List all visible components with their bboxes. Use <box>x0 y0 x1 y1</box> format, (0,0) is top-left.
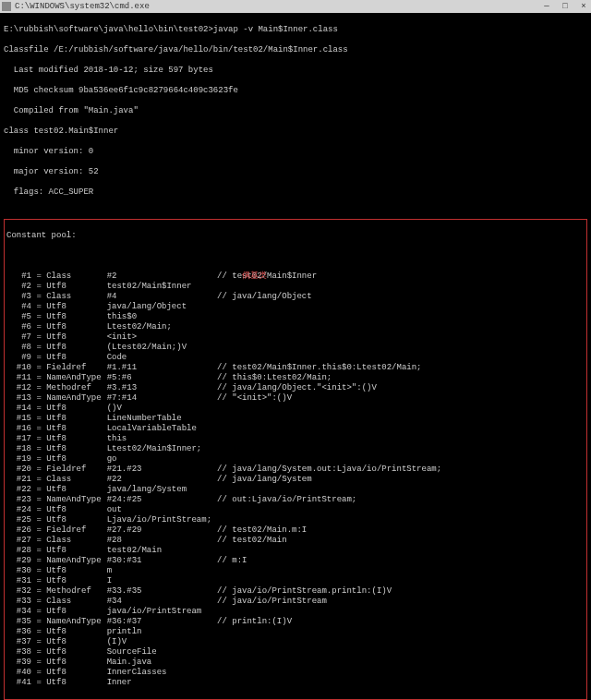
const-pool-row: #29 = NameAndType#30:#31// m:I <box>6 556 447 566</box>
class-decl: class test02.Main$Inner <box>4 127 587 137</box>
major-version: major version: 52 <box>4 167 587 177</box>
window-titlebar: C:\WINDOWS\system32\cmd.exe — □ × <box>0 0 591 13</box>
const-pool-row: #8 = Utf8(Ltest02/Main;)V <box>6 343 447 353</box>
const-pool-row: #2 = Utf8test02/Main$Inner <box>6 282 447 292</box>
maximize-button[interactable]: □ <box>560 1 571 12</box>
minor-version: minor version: 0 <box>4 147 587 157</box>
const-pool-row: #18 = Utf8Ltest02/Main$Inner; <box>6 444 447 454</box>
const-pool-row: #37 = Utf8(I)V <box>6 637 447 647</box>
md5-line: MD5 checksum 9ba536ee6f1c9c8279664c409c3… <box>4 86 587 96</box>
const-pool-row: #3 = Class#4// java/lang/Object <box>6 292 447 302</box>
compiled-line: Compiled from "Main.java" <box>4 106 587 116</box>
constant-pool-box: Constant pool: 偶基类 #1 = Class#2// test02… <box>4 219 587 700</box>
const-pool-row: #16 = Utf8LocalVariableTable <box>6 424 447 434</box>
const-pool-row: #35 = NameAndType#36:#37// println:(I)V <box>6 617 447 627</box>
classfile-line: Classfile /E:/rubbish/software/java/hell… <box>4 45 587 55</box>
const-pool-row: #31 = Utf8I <box>6 576 447 586</box>
const-pool-row: #25 = Utf8Ljava/io/PrintStream; <box>6 515 447 525</box>
const-pool-row: #6 = Utf8Ltest02/Main; <box>6 322 447 332</box>
const-pool-row: #27 = Class#28// test02/Main <box>6 536 447 546</box>
const-pool-row: #19 = Utf8go <box>6 454 447 465</box>
window-title: C:\WINDOWS\system32\cmd.exe <box>15 2 150 11</box>
close-button[interactable]: × <box>578 1 589 12</box>
app-icon <box>2 2 11 11</box>
const-pool-row: #13 = NameAndType#7:#14// "<init>":()V <box>6 393 447 404</box>
const-pool-row: #5 = Utf8this$0 <box>6 312 447 322</box>
constant-pool-header: Constant pool: <box>6 231 585 241</box>
const-pool-row: #11 = NameAndType#5:#6// this$0:Ltest02/… <box>6 373 447 383</box>
flags-line: flags: ACC_SUPER <box>4 187 587 198</box>
const-pool-row: #1 = Class#2// test02/Main$Inner <box>6 272 447 282</box>
const-pool-row: #22 = Utf8java/lang/System <box>6 485 447 495</box>
const-pool-row: #26 = Fieldref#27.#29// test02/Main.m:I <box>6 525 447 536</box>
const-pool-row: #21 = Class#22// java/lang/System <box>6 475 447 485</box>
const-pool-row: #34 = Utf8java/io/PrintStream <box>6 607 447 617</box>
modified-line: Last modified 2018-10-12; size 597 bytes <box>4 66 587 76</box>
const-pool-row: #17 = Utf8this <box>6 434 447 444</box>
const-pool-row: #4 = Utf8java/lang/Object <box>6 302 447 312</box>
const-pool-row: #41 = Utf8Inner <box>6 678 447 688</box>
const-pool-row: #10 = Fieldref#1.#11// test02/Main$Inner… <box>6 363 447 373</box>
const-pool-row: #32 = Methodref#33.#35// java/io/PrintSt… <box>6 586 447 597</box>
const-pool-row: #30 = Utf8m <box>6 566 447 576</box>
const-pool-row: #40 = Utf8InnerClasses <box>6 668 447 678</box>
const-pool-row: #23 = NameAndType#24:#25// out:Ljava/io/… <box>6 495 447 505</box>
const-pool-row: #20 = Fieldref#21.#23// java/lang/System… <box>6 465 447 475</box>
const-pool-row: #36 = Utf8println <box>6 627 447 637</box>
terminal-output[interactable]: E:\rubbish\software\java\hello\bin\test0… <box>0 13 591 700</box>
const-pool-row: #33 = Class#34// java/io/PrintStream <box>6 597 447 607</box>
command-line: E:\rubbish\software\java\hello\bin\test0… <box>4 25 587 35</box>
annotation-inner: 偶基类 <box>242 272 267 282</box>
const-pool-row: #12 = Methodref#3.#13// java/lang/Object… <box>6 383 447 393</box>
minimize-button[interactable]: — <box>541 1 552 12</box>
const-pool-row: #39 = Utf8Main.java <box>6 658 447 668</box>
const-pool-row: #9 = Utf8Code <box>6 353 447 363</box>
const-pool-row: #28 = Utf8test02/Main <box>6 546 447 556</box>
const-pool-row: #14 = Utf8()V <box>6 404 447 414</box>
const-pool-row: #15 = Utf8LineNumberTable <box>6 414 447 424</box>
const-pool-row: #7 = Utf8<init> <box>6 332 447 343</box>
const-pool-row: #38 = Utf8SourceFile <box>6 647 447 658</box>
const-pool-row: #24 = Utf8out <box>6 505 447 515</box>
